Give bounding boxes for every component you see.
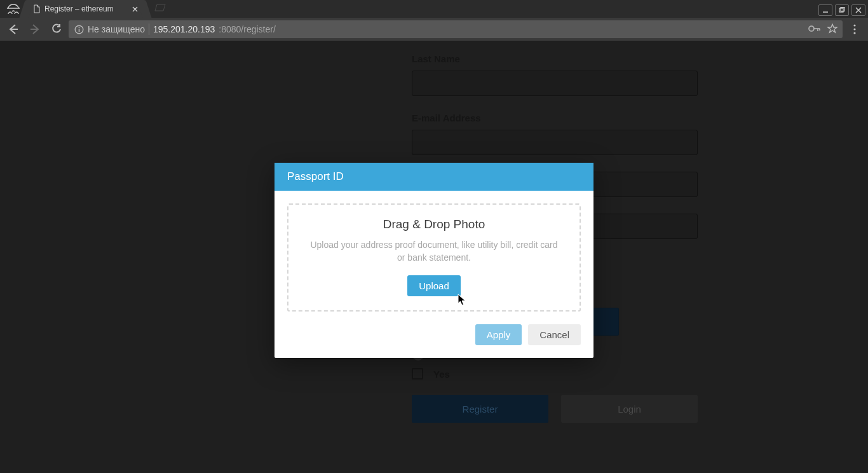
- modal-title: Passport ID: [275, 163, 593, 191]
- upload-button[interactable]: Upload: [407, 275, 461, 296]
- passport-modal: Passport ID Drag & Drop Photo Upload you…: [275, 163, 593, 358]
- modal-overlay[interactable]: Passport ID Drag & Drop Photo Upload you…: [0, 41, 868, 473]
- svg-point-7: [853, 32, 855, 34]
- browser-toolbar: Не защищено 195.201.20.193:8080/register…: [0, 18, 868, 41]
- window-titlebar: Register – ethereum: [0, 0, 868, 18]
- back-button[interactable]: [4, 20, 23, 39]
- save-password-icon[interactable]: [808, 24, 821, 35]
- page-icon: [33, 4, 41, 13]
- photo-dropzone[interactable]: Drag & Drop Photo Upload your address pr…: [287, 203, 581, 312]
- address-bar[interactable]: Не защищено 195.201.20.193:8080/register…: [69, 20, 843, 38]
- svg-point-3: [78, 27, 79, 28]
- browser-tab[interactable]: Register – ethereum: [27, 0, 144, 18]
- security-status: Не защищено: [88, 24, 145, 34]
- window-controls: [818, 0, 868, 18]
- dropzone-title: Drag & Drop Photo: [306, 217, 562, 231]
- apply-button[interactable]: Apply: [475, 324, 522, 345]
- reload-button[interactable]: [47, 20, 66, 39]
- svg-point-4: [809, 26, 814, 31]
- window-maximize-button[interactable]: [835, 4, 849, 16]
- svg-rect-0: [839, 8, 843, 12]
- svg-point-6: [853, 28, 855, 30]
- url-path: :8080/register/: [219, 24, 276, 34]
- tab-close-button[interactable]: [130, 4, 139, 13]
- new-tab-button[interactable]: [153, 3, 166, 15]
- browser-menu-button[interactable]: [845, 20, 864, 39]
- svg-rect-1: [841, 7, 844, 11]
- cancel-button[interactable]: Cancel: [528, 324, 581, 345]
- forward-button[interactable]: [25, 20, 44, 39]
- window-minimize-button[interactable]: [818, 4, 832, 16]
- bookmark-star-icon[interactable]: [827, 24, 837, 36]
- dropzone-description: Upload your address proof document, like…: [306, 239, 562, 264]
- tab-title: Register – ethereum: [44, 4, 126, 13]
- tab-strip: Register – ethereum: [27, 0, 818, 18]
- viewport: Last Name E-mail Address I'm 18 years ol…: [0, 41, 868, 473]
- window-close-button[interactable]: [851, 4, 865, 16]
- site-info-icon[interactable]: [74, 24, 84, 34]
- omnibox-divider: [149, 24, 149, 35]
- url-host: 195.201.20.193: [153, 24, 215, 34]
- svg-point-5: [853, 24, 855, 26]
